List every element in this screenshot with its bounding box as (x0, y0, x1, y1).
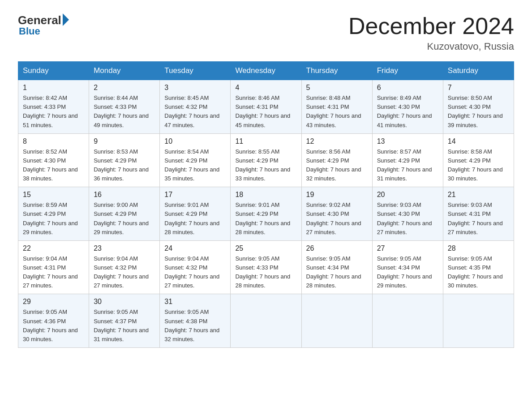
calendar-cell: 31Sunrise: 9:05 AMSunset: 4:38 PMDayligh… (160, 294, 231, 348)
day-info: Sunrise: 8:53 AMSunset: 4:29 PMDaylight:… (94, 147, 155, 184)
day-number: 26 (306, 244, 368, 253)
calendar-cell: 1Sunrise: 8:42 AMSunset: 4:33 PMDaylight… (18, 80, 89, 134)
day-number: 12 (306, 137, 368, 146)
day-info: Sunrise: 8:54 AMSunset: 4:29 PMDaylight:… (164, 147, 226, 184)
day-number: 23 (94, 244, 155, 253)
day-number: 29 (23, 298, 84, 306)
calendar-cell: 2Sunrise: 8:44 AMSunset: 4:33 PMDaylight… (89, 80, 160, 134)
calendar-cell: 5Sunrise: 8:48 AMSunset: 4:31 PMDaylight… (301, 80, 372, 134)
day-info: Sunrise: 8:49 AMSunset: 4:30 PMDaylight:… (377, 94, 438, 130)
day-number: 27 (377, 244, 438, 253)
day-number: 16 (94, 191, 155, 199)
month-title: December 2024 (348, 13, 514, 39)
week-row-3: 15Sunrise: 8:59 AMSunset: 4:29 PMDayligh… (18, 187, 514, 241)
day-number: 28 (448, 244, 509, 253)
calendar-cell: 27Sunrise: 9:05 AMSunset: 4:34 PMDayligh… (372, 240, 443, 294)
calendar-cell: 22Sunrise: 9:04 AMSunset: 4:31 PMDayligh… (18, 240, 89, 294)
day-info: Sunrise: 9:05 AMSunset: 4:37 PMDaylight:… (94, 308, 155, 344)
day-info: Sunrise: 8:42 AMSunset: 4:33 PMDaylight:… (23, 94, 84, 130)
day-number: 30 (94, 298, 155, 306)
day-info: Sunrise: 8:56 AMSunset: 4:29 PMDaylight:… (306, 147, 368, 184)
calendar-cell: 3Sunrise: 8:45 AMSunset: 4:32 PMDaylight… (160, 80, 231, 134)
title-block: December 2024 Kuzovatovo, Russia (348, 13, 514, 52)
calendar-cell: 18Sunrise: 9:01 AMSunset: 4:29 PMDayligh… (231, 187, 301, 241)
day-number: 24 (164, 244, 226, 253)
logo-arrow-icon (63, 13, 69, 26)
calendar-cell: 11Sunrise: 8:55 AMSunset: 4:29 PMDayligh… (231, 133, 301, 187)
week-row-5: 29Sunrise: 9:05 AMSunset: 4:36 PMDayligh… (18, 294, 514, 348)
day-info: Sunrise: 8:57 AMSunset: 4:29 PMDaylight:… (377, 147, 438, 184)
calendar-table: SundayMondayTuesdayWednesdayThursdayFrid… (18, 61, 514, 348)
day-number: 9 (94, 137, 155, 146)
day-number: 25 (235, 244, 296, 253)
calendar-cell: 30Sunrise: 9:05 AMSunset: 4:37 PMDayligh… (89, 294, 160, 348)
day-number: 17 (164, 191, 226, 199)
header-thursday: Thursday (301, 62, 372, 80)
calendar-cell: 19Sunrise: 9:02 AMSunset: 4:30 PMDayligh… (301, 187, 372, 241)
day-number: 13 (377, 137, 438, 146)
day-number: 6 (377, 84, 438, 92)
day-info: Sunrise: 9:01 AMSunset: 4:29 PMDaylight:… (164, 201, 226, 237)
day-number: 7 (448, 84, 509, 92)
day-number: 21 (448, 191, 509, 199)
day-number: 14 (448, 137, 509, 146)
calendar-cell: 25Sunrise: 9:05 AMSunset: 4:33 PMDayligh… (231, 240, 301, 294)
calendar-cell: 17Sunrise: 9:01 AMSunset: 4:29 PMDayligh… (160, 187, 231, 241)
day-number: 10 (164, 137, 226, 146)
location-text: Kuzovatovo, Russia (348, 41, 514, 52)
day-info: Sunrise: 9:05 AMSunset: 4:36 PMDaylight:… (23, 308, 84, 344)
day-info: Sunrise: 8:59 AMSunset: 4:29 PMDaylight:… (23, 201, 84, 237)
calendar-cell (443, 294, 514, 348)
day-info: Sunrise: 9:05 AMSunset: 4:38 PMDaylight:… (164, 308, 226, 344)
header-monday: Monday (89, 62, 160, 80)
calendar-cell: 23Sunrise: 9:04 AMSunset: 4:32 PMDayligh… (89, 240, 160, 294)
day-number: 4 (235, 84, 296, 92)
day-number: 3 (164, 84, 226, 92)
day-info: Sunrise: 8:44 AMSunset: 4:33 PMDaylight:… (94, 94, 155, 130)
calendar-cell: 28Sunrise: 9:05 AMSunset: 4:35 PMDayligh… (443, 240, 514, 294)
day-number: 5 (306, 84, 368, 92)
calendar-cell: 21Sunrise: 9:03 AMSunset: 4:31 PMDayligh… (443, 187, 514, 241)
day-info: Sunrise: 8:48 AMSunset: 4:31 PMDaylight:… (306, 94, 368, 130)
header-tuesday: Tuesday (160, 62, 231, 80)
day-info: Sunrise: 9:03 AMSunset: 4:30 PMDaylight:… (377, 201, 438, 237)
day-number: 22 (23, 244, 84, 253)
calendar-cell (372, 294, 443, 348)
day-info: Sunrise: 9:02 AMSunset: 4:30 PMDaylight:… (306, 201, 368, 237)
header-sunday: Sunday (18, 62, 89, 80)
day-info: Sunrise: 9:05 AMSunset: 4:35 PMDaylight:… (448, 254, 509, 291)
header-wednesday: Wednesday (231, 62, 301, 80)
calendar-cell: 15Sunrise: 8:59 AMSunset: 4:29 PMDayligh… (18, 187, 89, 241)
day-info: Sunrise: 9:05 AMSunset: 4:34 PMDaylight:… (377, 254, 438, 291)
day-info: Sunrise: 8:58 AMSunset: 4:29 PMDaylight:… (448, 147, 509, 184)
calendar-cell: 14Sunrise: 8:58 AMSunset: 4:29 PMDayligh… (443, 133, 514, 187)
calendar-cell: 29Sunrise: 9:05 AMSunset: 4:36 PMDayligh… (18, 294, 89, 348)
day-info: Sunrise: 8:46 AMSunset: 4:31 PMDaylight:… (235, 94, 296, 130)
header-friday: Friday (372, 62, 443, 80)
day-info: Sunrise: 8:50 AMSunset: 4:30 PMDaylight:… (448, 94, 509, 130)
week-row-2: 8Sunrise: 8:52 AMSunset: 4:30 PMDaylight… (18, 133, 514, 187)
calendar-cell: 20Sunrise: 9:03 AMSunset: 4:30 PMDayligh… (372, 187, 443, 241)
calendar-cell: 4Sunrise: 8:46 AMSunset: 4:31 PMDaylight… (231, 80, 301, 134)
calendar-cell: 16Sunrise: 9:00 AMSunset: 4:29 PMDayligh… (89, 187, 160, 241)
logo: General Blue (18, 13, 69, 37)
week-row-1: 1Sunrise: 8:42 AMSunset: 4:33 PMDaylight… (18, 80, 514, 134)
calendar-cell: 6Sunrise: 8:49 AMSunset: 4:30 PMDaylight… (372, 80, 443, 134)
day-info: Sunrise: 9:04 AMSunset: 4:31 PMDaylight:… (23, 254, 84, 291)
calendar-cell: 9Sunrise: 8:53 AMSunset: 4:29 PMDaylight… (89, 133, 160, 187)
day-number: 2 (94, 84, 155, 92)
day-number: 18 (235, 191, 296, 199)
calendar-cell (301, 294, 372, 348)
day-info: Sunrise: 9:05 AMSunset: 4:34 PMDaylight:… (306, 254, 368, 291)
day-number: 19 (306, 191, 368, 199)
calendar-cell: 7Sunrise: 8:50 AMSunset: 4:30 PMDaylight… (443, 80, 514, 134)
day-number: 8 (23, 137, 84, 146)
logo-blue-text: Blue (19, 26, 40, 37)
calendar-cell: 10Sunrise: 8:54 AMSunset: 4:29 PMDayligh… (160, 133, 231, 187)
day-info: Sunrise: 8:45 AMSunset: 4:32 PMDaylight:… (164, 94, 226, 130)
day-number: 20 (377, 191, 438, 199)
calendar-cell: 8Sunrise: 8:52 AMSunset: 4:30 PMDaylight… (18, 133, 89, 187)
calendar-cell: 26Sunrise: 9:05 AMSunset: 4:34 PMDayligh… (301, 240, 372, 294)
day-info: Sunrise: 8:52 AMSunset: 4:30 PMDaylight:… (23, 147, 84, 184)
day-number: 1 (23, 84, 84, 92)
